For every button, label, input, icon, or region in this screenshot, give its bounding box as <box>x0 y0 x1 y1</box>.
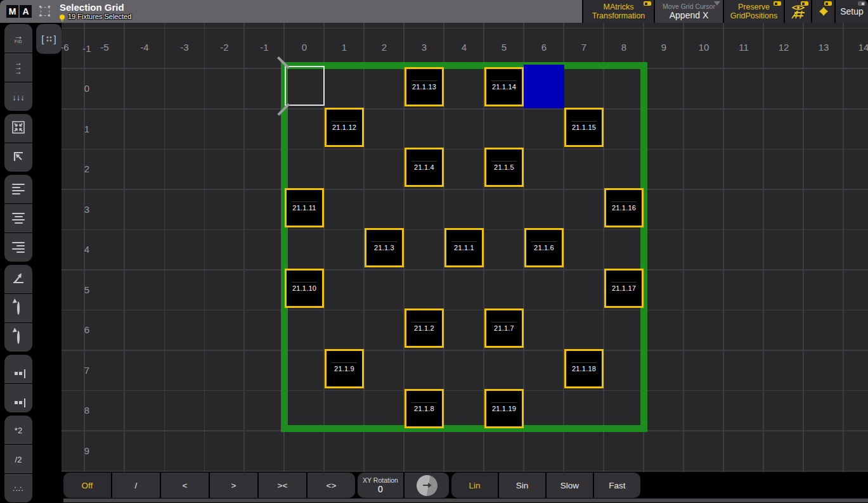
column-header-12[interactable]: 12 <box>764 42 803 53</box>
divide-by-2-button[interactable]: /2 <box>4 445 32 473</box>
wings-left-button[interactable]: < <box>161 473 209 498</box>
rotate-angle-button[interactable] <box>4 265 32 293</box>
matricks-transformation-button[interactable]: MAtricks Transformation <box>583 0 654 23</box>
fixture-cell-21.1.8[interactable]: 21.1.8 <box>405 389 444 428</box>
column-header-2[interactable]: 2 <box>365 42 404 53</box>
fixture-cell-21.1.2[interactable]: 21.1.2 <box>405 309 444 348</box>
align-right-button[interactable] <box>4 233 32 262</box>
column-header-1[interactable]: 1 <box>325 42 364 53</box>
move-grid-cursor-dropdown[interactable]: Move Grid Cursor Append X <box>655 0 723 23</box>
grid-cursor[interactable] <box>524 65 564 108</box>
selection-grid-viewport[interactable]: -6-5-4-3-2-101234567891011121314-1012345… <box>62 23 868 472</box>
mirror-horizontal-button[interactable] <box>4 355 32 383</box>
mode-sin-button[interactable]: Sin <box>499 473 545 498</box>
fixture-cell-21.1.5[interactable]: 21.1.5 <box>484 148 524 187</box>
row-header-2[interactable]: 2 <box>68 163 106 174</box>
fixture-cell-21.1.18[interactable]: 21.1.18 <box>564 349 604 388</box>
mirror-vertical-button[interactable] <box>4 384 32 412</box>
modes-group: LinSinSlowFast <box>451 473 640 498</box>
fixture-cell-21.1.16[interactable]: 21.1.16 <box>604 188 644 227</box>
multiply-by-2-button[interactable]: *2 <box>4 416 32 444</box>
move-grid-cursor-value: Append X <box>670 10 709 20</box>
matricks-label-2: Transformation <box>592 11 645 20</box>
fixture-cell-21.1.17[interactable]: 21.1.17 <box>604 269 644 308</box>
xy-rotation-button[interactable]: XY Rotation0 <box>358 473 403 498</box>
rotation-knob[interactable] <box>417 475 437 496</box>
align-right-icon <box>12 242 25 253</box>
fixture-cell-21.1.10[interactable]: 21.1.10 <box>285 269 324 308</box>
row-header-1[interactable]: 1 <box>68 124 106 134</box>
interleave-button[interactable]: ∴∴ <box>4 474 32 502</box>
align-left-button[interactable] <box>4 175 32 203</box>
fixture-cell-21.1.9[interactable]: 21.1.9 <box>325 349 364 388</box>
column-header--2[interactable]: -2 <box>205 42 244 53</box>
mode-lin-button[interactable]: Lin <box>451 473 498 498</box>
rotate-ccw-button[interactable] <box>4 323 32 352</box>
column-header-14[interactable]: 14 <box>844 42 868 53</box>
wings-off-button[interactable]: Off <box>63 473 111 498</box>
fid-arrow-button[interactable]: →FID <box>4 24 32 53</box>
corner-align-button[interactable] <box>4 143 32 172</box>
fixture-id: 21.1.8 <box>414 405 434 412</box>
rotate-cw-button[interactable] <box>4 294 32 322</box>
column-header-4[interactable]: 4 <box>444 42 484 53</box>
preserve-gridpositions-button[interactable]: Preserve GridPositions <box>724 0 784 23</box>
compact-button[interactable] <box>4 114 32 143</box>
preserve-label-2: GridPositions <box>730 11 777 20</box>
window-grid-icon[interactable] <box>41 7 49 16</box>
fixture-cell-21.1.13[interactable]: 21.1.13 <box>405 67 444 106</box>
window-title: Selection Grid <box>60 2 131 13</box>
key-indicator-icon <box>801 1 808 6</box>
fixture-cell-21.1.4[interactable]: 21.1.4 <box>405 148 444 187</box>
column-header-6[interactable]: 6 <box>524 42 564 53</box>
fixture-cell-21.1.1[interactable]: 21.1.1 <box>444 228 484 267</box>
column-header-7[interactable]: 7 <box>564 42 604 53</box>
column-header--3[interactable]: -3 <box>165 42 204 53</box>
row-header-9[interactable]: 9 <box>68 445 106 456</box>
move-pad-button[interactable] <box>812 0 834 23</box>
column-header--1[interactable]: -1 <box>245 42 284 53</box>
wings-diverge-button[interactable]: <> <box>308 473 355 498</box>
fixture-cell-21.1.14[interactable]: 21.1.14 <box>484 67 524 106</box>
fixture-cell-21.1.7[interactable]: 21.1.7 <box>484 309 524 348</box>
row-header--1[interactable]: -1 <box>68 43 106 54</box>
fixture-id: 21.1.3 <box>374 244 394 251</box>
row-header-8[interactable]: 8 <box>68 405 106 416</box>
column-header-8[interactable]: 8 <box>604 42 644 53</box>
column-header-10[interactable]: 10 <box>684 42 723 53</box>
grid-visibility-button[interactable] <box>785 0 811 23</box>
column-header-5[interactable]: 5 <box>484 42 524 53</box>
row-header-4[interactable]: 4 <box>68 244 106 255</box>
arrows-right-button[interactable]: →→→ <box>4 53 32 82</box>
mode-fast-button[interactable]: Fast <box>594 473 640 498</box>
row-header-6[interactable]: 6 <box>68 324 106 335</box>
fixture-cell-21.1.3[interactable]: 21.1.3 <box>365 228 404 267</box>
fixture-cell-21.1.6[interactable]: 21.1.6 <box>524 228 564 267</box>
column-header--4[interactable]: -4 <box>125 42 164 53</box>
setup-button[interactable]: Setup <box>836 0 868 23</box>
fixture-id: 21.1.6 <box>534 244 554 251</box>
column-header-9[interactable]: 9 <box>644 42 683 53</box>
column-header-13[interactable]: 13 <box>804 42 843 53</box>
align-center-button[interactable] <box>4 204 32 232</box>
column-header-3[interactable]: 3 <box>405 42 444 53</box>
column-header-11[interactable]: 11 <box>724 42 763 53</box>
window-handle-button[interactable]: [ ] <box>36 24 62 54</box>
fixture-cell-21.1.19[interactable]: 21.1.19 <box>484 389 524 428</box>
row-header-3[interactable]: 3 <box>68 204 106 215</box>
wings-slash-button[interactable]: / <box>112 473 160 498</box>
arrows-down-button[interactable]: ↓↓↓ <box>4 82 32 111</box>
wings-converge-button[interactable]: >< <box>259 473 306 498</box>
row-header-5[interactable]: 5 <box>68 284 106 295</box>
wings-right-button[interactable]: > <box>210 473 257 498</box>
fixture-cell-21.1.15[interactable]: 21.1.15 <box>564 108 604 147</box>
row-header-7[interactable]: 7 <box>68 365 106 376</box>
key-indicator-icon <box>644 1 651 6</box>
row-header-0[interactable]: 0 <box>68 83 106 94</box>
wings-diverge-label: <> <box>327 481 337 490</box>
column-header-0[interactable]: 0 <box>285 42 324 53</box>
mode-slow-button[interactable]: Slow <box>547 473 593 498</box>
titlebar-left: M A Selection Grid 19 Fixtures Selected <box>0 0 582 23</box>
fixture-cell-21.1.12[interactable]: 21.1.12 <box>325 108 364 147</box>
fixture-cell-21.1.11[interactable]: 21.1.11 <box>285 188 324 227</box>
